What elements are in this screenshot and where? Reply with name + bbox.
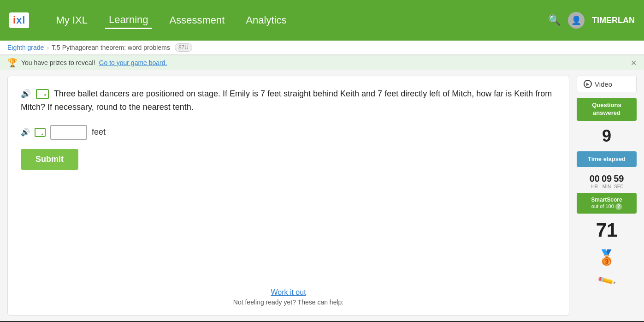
time-hr-label: HR [590,184,600,189]
audio-icon[interactable]: 🔊 [21,89,31,98]
smartscore-out-of: out of 100 [591,203,614,209]
image-icon[interactable] [36,89,49,99]
time-display: 00 HR 09 MIN 59 SEC [577,173,637,189]
pencil-wrap: ✏️ [577,272,637,290]
answer-input[interactable] [50,125,87,140]
questions-answered-box: Questions answered [577,98,637,121]
breadcrumb-grade[interactable]: Eighth grade [7,44,44,51]
time-hours: 00 HR [590,173,600,189]
close-icon[interactable]: ✕ [631,59,637,67]
time-elapsed-box: Time elapsed [577,151,637,167]
avatar[interactable]: 👤 [568,12,585,29]
questions-count: 9 [577,126,637,146]
work-it-out-link[interactable]: Work it out [233,288,343,297]
work-it-out-subtext: Not feeling ready yet? These can help: [233,298,343,306]
time-sec-value: 59 [614,173,624,184]
navigation: ixl My IXL Learning Assessment Analytics… [0,0,644,41]
smartscore-help-icon[interactable]: ? [615,203,622,210]
prize-link[interactable]: Go to your game board. [99,59,167,66]
time-hr-value: 00 [590,173,600,184]
answer-unit: feet [92,127,106,137]
pencil-icon: ✏️ [597,271,616,291]
answer-image-icon[interactable] [35,128,46,137]
video-label: Video [595,80,612,88]
questions-answered-label: Questions answered [592,101,621,116]
nav-assessment[interactable]: Assessment [166,12,229,28]
trophy-icon: 🏆 [7,58,18,68]
time-sec-label: SEC [614,184,624,189]
prize-text: You have prizes to reveal! [21,59,95,66]
time-min-label: MIN [602,184,612,189]
breadcrumb-badge: 87U [175,43,192,52]
time-min-value: 09 [602,173,612,184]
time-minutes: 09 MIN [602,173,612,189]
question-body: Three ballet dancers are positioned on s… [21,89,552,112]
medal-icon: 🥉 [577,249,637,266]
submit-button[interactable]: Submit [21,149,78,170]
breadcrumb: Eighth grade › T.5 Pythagorean theorem: … [0,41,644,55]
answer-row: 🔊 feet [21,125,556,140]
nav-right-section: 🔍 👤 TIMERLAN [548,12,635,29]
smartscore-value: 71 [577,219,637,241]
ixl-logo[interactable]: ixl [9,12,29,28]
nav-my-ixl[interactable]: My IXL [52,12,91,28]
time-seconds: 59 SEC [614,173,624,189]
smartscore-label: SmartScore [591,197,622,203]
breadcrumb-sep: › [47,44,49,51]
play-icon: ▶ [584,80,592,88]
video-button[interactable]: ▶ Video [577,76,637,92]
question-area: 🔊 Three ballet dancers are positioned on… [7,76,569,316]
main-content: 🔊 Three ballet dancers are positioned on… [0,70,644,321]
nav-learning[interactable]: Learning [105,12,152,29]
sidebar: ▶ Video Questions answered 9 Time elapse… [577,76,637,316]
time-elapsed-label: Time elapsed [588,155,626,162]
work-it-out: Work it out Not feeling ready yet? These… [233,288,343,306]
question-text: 🔊 Three ballet dancers are positioned on… [21,87,556,114]
answer-audio-icon[interactable]: 🔊 [21,128,30,137]
breadcrumb-section: T.5 Pythagorean theorem: word problems [52,44,170,51]
prize-banner: 🏆 You have prizes to reveal! Go to your … [0,55,644,70]
username: TIMERLAN [592,16,635,25]
search-icon[interactable]: 🔍 [548,14,561,26]
smartscore-box: SmartScore out of 100 ? [577,193,637,214]
nav-analytics[interactable]: Analytics [242,12,290,28]
